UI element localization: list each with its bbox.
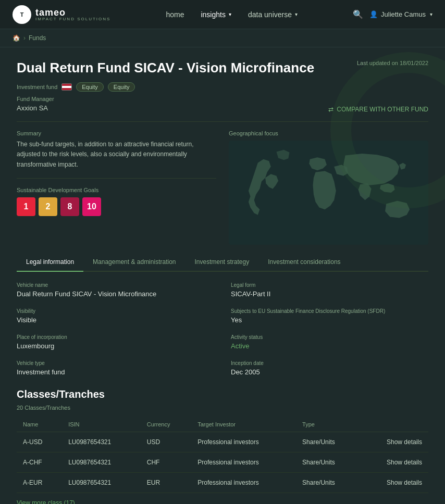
vehicle-type-value: Investment fund bbox=[17, 368, 214, 376]
inception-label: Inception date bbox=[231, 360, 428, 366]
logo-area: T tameo Impact Fund Solutions bbox=[13, 5, 110, 24]
activity-item: Activity status Active bbox=[231, 334, 428, 350]
tag-equity-2: Equity bbox=[108, 82, 135, 92]
sdg-icon-10: 10 bbox=[82, 197, 101, 216]
breadcrumb: 🏠 › Funds bbox=[0, 29, 445, 47]
insights-chevron: ▾ bbox=[229, 11, 231, 17]
table-row: A-CHF LU0987654321 CHF Professional inve… bbox=[17, 452, 428, 473]
place-value: Luxembourg bbox=[17, 342, 214, 350]
tag-equity-1: Equity bbox=[76, 82, 104, 92]
row-currency-2: CHF bbox=[141, 452, 191, 473]
show-details-btn-1[interactable]: Show details bbox=[360, 432, 428, 452]
legal-form-item: Legal form SICAV-Part II bbox=[231, 282, 428, 298]
divider-1 bbox=[17, 121, 428, 122]
row-name-3: A-EUR bbox=[17, 473, 62, 493]
row-isin-3: LU0987654321 bbox=[62, 473, 141, 493]
row-type-2: Share/Units bbox=[296, 452, 360, 473]
fund-header: Dual Return Fund SICAV - Vision Microfin… bbox=[17, 60, 428, 76]
sdg-icons-row: 1 2 8 10 bbox=[17, 197, 216, 216]
col-name: Name bbox=[17, 417, 62, 432]
place-item: Place of incorporation Luxembourg bbox=[17, 334, 214, 350]
divider-2 bbox=[17, 178, 216, 179]
compare-icon: ⇄ bbox=[328, 106, 333, 113]
nav-insights[interactable]: insights ▾ bbox=[201, 10, 231, 19]
tab-investment-strategy[interactable]: Investment strategy bbox=[185, 253, 258, 272]
tabs-row: Legal information Management & administr… bbox=[17, 253, 428, 272]
col-isin: ISIN bbox=[62, 417, 141, 432]
row-type-1: Share/Units bbox=[296, 432, 360, 452]
geo-focus-label: Geographical focus bbox=[229, 130, 428, 136]
main-nav: home insights ▾ data universe ▾ bbox=[166, 10, 298, 19]
data-universe-chevron: ▾ bbox=[295, 11, 298, 17]
sdg-icon-8: 8 bbox=[60, 197, 79, 216]
sfdr-value: Yes bbox=[231, 316, 428, 324]
geo-col: Geographical focus bbox=[229, 130, 428, 245]
table-header: Name ISIN Currency Target Investor Type bbox=[17, 417, 428, 432]
col-actions bbox=[360, 417, 428, 432]
us-flag-icon bbox=[61, 83, 72, 91]
sdg-icon-1: 1 bbox=[17, 197, 35, 216]
tags-row: Investment fund Equity Equity bbox=[17, 82, 428, 92]
col-currency: Currency bbox=[141, 417, 191, 432]
row-target-2: Professional investors bbox=[191, 452, 296, 473]
sdg-label: Sustainable Development Goals bbox=[17, 187, 216, 193]
row-type-3: Share/Units bbox=[296, 473, 360, 493]
col-target: Target Investor bbox=[191, 417, 296, 432]
row-target-1: Professional investors bbox=[191, 432, 296, 452]
summary-map-section: Summary The sub-fund targets, in additio… bbox=[17, 130, 428, 245]
logo-icon: T bbox=[13, 5, 31, 24]
classes-table: Name ISIN Currency Target Investor Type … bbox=[17, 417, 428, 493]
fund-title: Dual Return Fund SICAV - Vision Microfin… bbox=[17, 60, 314, 76]
visibility-label: Visibility bbox=[17, 308, 214, 314]
legal-form-label: Legal form bbox=[231, 282, 428, 288]
last-updated: Last updated on 18/01/2022 bbox=[335, 60, 428, 66]
investment-fund-label: Investment fund bbox=[17, 84, 57, 90]
map-svg bbox=[229, 141, 428, 245]
row-isin-1: LU0987654321 bbox=[62, 432, 141, 452]
show-details-btn-2[interactable]: Show details bbox=[360, 452, 428, 473]
nav-home[interactable]: home bbox=[166, 10, 184, 19]
nav-data-universe[interactable]: data universe ▾ bbox=[248, 10, 298, 19]
search-icon[interactable]: 🔍 bbox=[353, 9, 363, 19]
world-map bbox=[229, 141, 428, 245]
main-content: Dual Return Fund SICAV - Vision Microfin… bbox=[0, 47, 445, 504]
col-type: Type bbox=[296, 417, 360, 432]
row-target-3: Professional investors bbox=[191, 473, 296, 493]
view-more-link[interactable]: View more class (17) bbox=[17, 499, 75, 504]
summary-text: The sub-fund targets, in addition to an … bbox=[17, 140, 216, 170]
tab-investment-considerations[interactable]: Investment considerations bbox=[258, 253, 350, 272]
show-details-btn-3[interactable]: Show details bbox=[360, 473, 428, 493]
user-chevron: ▾ bbox=[430, 11, 432, 17]
user-area: 🔍 👤 Juliette Camus ▾ bbox=[353, 9, 432, 19]
user-menu[interactable]: 👤 Juliette Camus ▾ bbox=[369, 10, 432, 18]
breadcrumb-funds[interactable]: Funds bbox=[29, 34, 46, 42]
compare-button[interactable]: ⇄ COMPARE WITH OTHER FUND bbox=[328, 106, 428, 113]
breadcrumb-home[interactable]: 🏠 bbox=[13, 34, 20, 42]
table-body: A-USD LU0987654321 USD Professional inve… bbox=[17, 432, 428, 493]
compare-label: COMPARE WITH OTHER FUND bbox=[337, 106, 428, 113]
legal-info-grid: Vehicle name Dual Return Fund SICAV - Vi… bbox=[17, 282, 428, 376]
summary-label: Summary bbox=[17, 130, 216, 136]
row-name-1: A-USD bbox=[17, 432, 62, 452]
classes-count: 20 Classes/Tranches bbox=[17, 405, 428, 411]
tab-management-administration[interactable]: Management & administration bbox=[83, 253, 185, 272]
vehicle-name-label: Vehicle name bbox=[17, 282, 214, 288]
table-row: A-USD LU0987654321 USD Professional inve… bbox=[17, 432, 428, 452]
row-isin-2: LU0987654321 bbox=[62, 452, 141, 473]
brand-sub: Impact Fund Solutions bbox=[35, 17, 110, 21]
summary-col: Summary The sub-fund targets, in additio… bbox=[17, 130, 216, 245]
breadcrumb-sep-1: › bbox=[23, 34, 26, 42]
row-currency-1: USD bbox=[141, 432, 191, 452]
row-currency-3: EUR bbox=[141, 473, 191, 493]
top-bar: T tameo Impact Fund Solutions home insig… bbox=[0, 0, 445, 29]
visibility-value: Visible bbox=[17, 316, 214, 324]
activity-value: Active bbox=[231, 342, 428, 350]
inception-value: Dec 2005 bbox=[231, 368, 428, 376]
logo-text-area: tameo Impact Fund Solutions bbox=[35, 7, 110, 21]
place-label: Place of incorporation bbox=[17, 334, 214, 340]
classes-title: Classes/Tranches bbox=[17, 388, 428, 400]
tab-legal-information[interactable]: Legal information bbox=[17, 253, 83, 272]
sdg-icon-2: 2 bbox=[39, 197, 57, 216]
classes-section: Classes/Tranches 20 Classes/Tranches Nam… bbox=[17, 388, 428, 504]
vehicle-name-item: Vehicle name Dual Return Fund SICAV - Vi… bbox=[17, 282, 214, 298]
